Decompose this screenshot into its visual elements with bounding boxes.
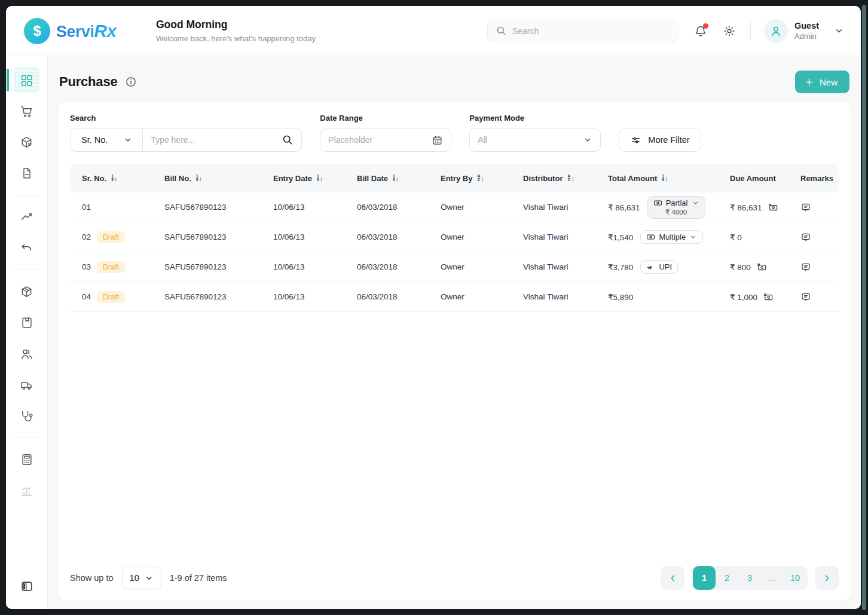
sort-numeric-icon[interactable]: 19↓ xyxy=(317,175,323,182)
column-header-sr-no: Sr. No.19↓ xyxy=(82,174,164,183)
remark-icon[interactable] xyxy=(800,202,811,213)
sidebar-item-inventory[interactable] xyxy=(14,279,40,305)
info-icon[interactable] xyxy=(125,76,137,88)
brand-name: ServiRx xyxy=(56,21,117,41)
page-title: Purchase xyxy=(59,74,117,90)
page-button-1[interactable]: 1 xyxy=(693,566,716,590)
sidebar-item-doctors[interactable] xyxy=(14,403,40,429)
date-range-input[interactable] xyxy=(328,135,427,145)
total-amount: ₹5,890 xyxy=(608,292,633,302)
column-header-bill-no: Bill No.19↓ xyxy=(164,174,273,183)
greeting-block: Good Morning Welcome back, here's what's… xyxy=(156,19,316,43)
bar-chart-icon xyxy=(20,484,33,498)
sort-numeric-icon[interactable]: 19↓ xyxy=(662,175,668,182)
greeting-subtitle: Welcome back, here's what's happening to… xyxy=(156,34,316,43)
page-button-2[interactable]: 2 xyxy=(716,566,738,590)
notification-dot xyxy=(703,23,708,29)
sidebar-item-purchases[interactable] xyxy=(14,98,40,124)
payment-mode-select[interactable]: All xyxy=(469,128,601,152)
entry-date: 10/06/13 xyxy=(273,262,357,271)
chevron-down-icon xyxy=(689,233,697,241)
brand-logo[interactable]: $ ServiRx xyxy=(24,18,117,44)
due-amount: ₹ 0 xyxy=(730,232,742,242)
sidebar-item-dashboard[interactable] xyxy=(14,67,40,93)
partial-amount: ₹ 4000 xyxy=(665,208,687,216)
sidebar-item-returns[interactable] xyxy=(14,129,40,155)
sidebar xyxy=(6,56,48,609)
payment-mode-label: Payment Mode xyxy=(469,114,601,123)
global-search[interactable] xyxy=(487,20,678,42)
column-header-entry-by: Entry ByAZ↓ xyxy=(441,174,523,183)
page-button-3[interactable]: 3 xyxy=(738,566,761,590)
column-header-total-amount: Total Amount19↓ xyxy=(608,174,730,183)
chevron-down-icon xyxy=(145,574,154,583)
previous-page-button[interactable] xyxy=(661,566,684,590)
draft-badge: Draft xyxy=(97,291,125,303)
sidebar-item-analytics[interactable] xyxy=(14,478,40,504)
more-filter-button[interactable]: More Filter xyxy=(619,128,701,152)
sidebar-item-reports[interactable] xyxy=(14,204,40,230)
chevron-right-icon xyxy=(822,573,832,583)
record-payment-icon[interactable] xyxy=(763,292,774,302)
sort-numeric-icon[interactable]: 19↓ xyxy=(111,175,117,182)
page-button-10[interactable]: 10 xyxy=(784,566,806,590)
table-row[interactable]: 02Draft SAFU567890123 10/06/13 06/03/201… xyxy=(70,222,839,252)
sidebar-item-ledger[interactable] xyxy=(14,310,40,336)
cash-icon xyxy=(646,232,655,241)
trending-up-icon xyxy=(20,210,33,224)
table-header: Sr. No.19↓ Bill No.19↓ Entry Date19↓ Bil… xyxy=(70,164,839,192)
bill-no: SAFU567890123 xyxy=(164,232,273,241)
search-text-input[interactable] xyxy=(151,135,282,145)
upi-icon xyxy=(646,262,655,271)
main-content: Purchase New Search Sr. No. xyxy=(48,56,861,609)
sort-alpha-icon[interactable]: AZ↓ xyxy=(567,175,574,182)
remark-icon[interactable] xyxy=(800,292,811,302)
record-payment-icon[interactable] xyxy=(768,202,778,213)
user-menu[interactable]: Guest Admin xyxy=(764,19,844,43)
notifications-button[interactable] xyxy=(694,25,707,38)
chevron-left-icon xyxy=(668,573,678,583)
page-size-select[interactable]: 10 xyxy=(122,567,161,589)
settings-button[interactable] xyxy=(723,25,736,38)
dollar-logo-icon: $ xyxy=(24,18,50,44)
gear-icon xyxy=(723,25,736,38)
table-row[interactable]: 04Draft SAFU567890123 10/06/13 06/03/201… xyxy=(70,282,839,312)
search-icon[interactable] xyxy=(282,134,294,146)
sr-no: 01 xyxy=(82,203,91,212)
payment-mode-chip[interactable]: Partial ₹ 4000 xyxy=(647,196,705,219)
payment-mode-chip[interactable]: UPI xyxy=(640,260,678,274)
chevron-down-icon xyxy=(692,199,699,207)
sidebar-collapse-button[interactable] xyxy=(14,573,40,599)
next-page-button[interactable] xyxy=(815,566,839,590)
sidebar-item-sales-return[interactable] xyxy=(14,235,40,261)
window-scrollbar[interactable] xyxy=(862,5,866,610)
remark-icon[interactable] xyxy=(800,232,811,243)
sidebar-divider xyxy=(14,195,39,195)
sort-numeric-icon[interactable]: 19↓ xyxy=(196,175,202,182)
record-payment-icon[interactable] xyxy=(756,262,767,273)
sort-alpha-icon[interactable]: AZ↓ xyxy=(477,175,484,182)
pagination: 1 2 3 ... 10 xyxy=(661,566,839,590)
table-row[interactable]: 01 SAFU567890123 10/06/13 06/03/2018 Own… xyxy=(70,192,839,222)
calendar-icon[interactable] xyxy=(432,134,443,146)
date-range-field[interactable] xyxy=(320,128,451,152)
remark-icon[interactable] xyxy=(800,262,811,273)
total-amount: ₹ 86,631 xyxy=(608,203,640,212)
table-row[interactable]: 03Draft SAFU567890123 10/06/13 06/03/201… xyxy=(70,252,839,282)
sort-numeric-icon[interactable]: 19↓ xyxy=(393,175,399,182)
page-ellipsis[interactable]: ... xyxy=(761,566,784,590)
sr-no: 04 xyxy=(82,292,91,301)
global-search-input[interactable] xyxy=(512,26,670,36)
column-header-due-amount: Due Amount xyxy=(730,174,800,183)
sliders-icon xyxy=(630,134,641,146)
sidebar-item-customers[interactable] xyxy=(14,341,40,367)
cash-icon xyxy=(653,198,662,207)
search-field-selector[interactable]: Sr. No. xyxy=(70,128,143,152)
payment-mode-value: All xyxy=(478,135,578,145)
items-summary: 1-9 of 27 items xyxy=(170,573,227,583)
new-button[interactable]: New xyxy=(795,71,849,93)
sidebar-item-documents[interactable] xyxy=(14,160,40,186)
sidebar-item-accounting[interactable] xyxy=(14,446,40,473)
sidebar-item-delivery[interactable] xyxy=(14,372,40,398)
payment-mode-chip[interactable]: Multiple xyxy=(640,230,703,244)
